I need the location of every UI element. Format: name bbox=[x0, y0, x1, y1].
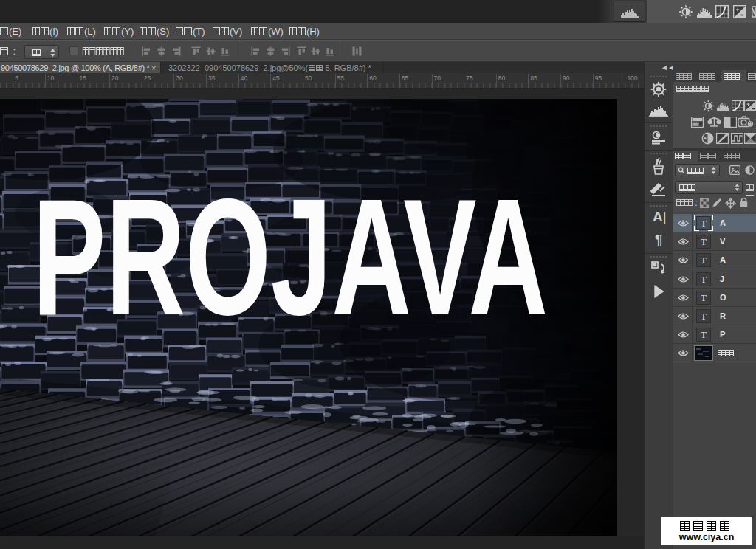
svg-text:PROJAVA: PROJAVA bbox=[32, 165, 548, 349]
